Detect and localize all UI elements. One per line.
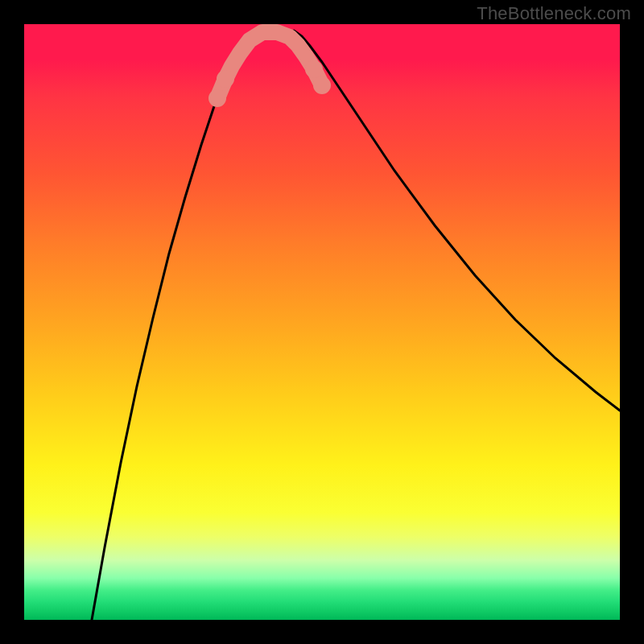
marker-bead	[208, 89, 226, 107]
left-curve	[92, 31, 262, 620]
chart-frame: TheBottleneck.com	[0, 0, 644, 644]
right-curve	[294, 31, 620, 411]
plot-area	[24, 24, 620, 620]
marker-bead	[217, 70, 234, 88]
curve-layer	[24, 24, 620, 620]
marker-bead	[313, 76, 331, 94]
marker-bead	[305, 60, 323, 78]
watermark-text: TheBottleneck.com	[477, 3, 631, 24]
marker-band	[208, 32, 331, 107]
